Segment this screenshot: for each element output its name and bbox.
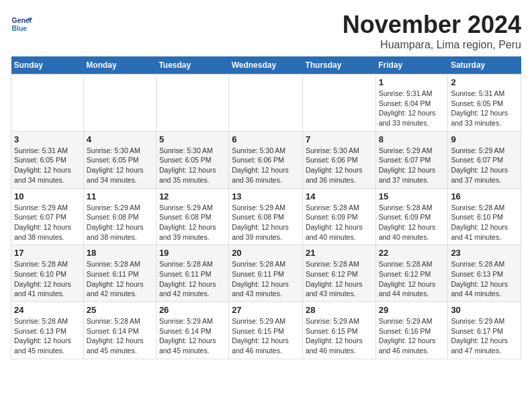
day-number: 20 bbox=[232, 248, 300, 258]
calendar-cell: 5Sunrise: 5:30 AM Sunset: 6:05 PM Daylig… bbox=[156, 131, 228, 188]
day-info: Sunrise: 5:29 AM Sunset: 6:07 PM Dayligh… bbox=[379, 146, 445, 185]
day-info: Sunrise: 5:28 AM Sunset: 6:10 PM Dayligh… bbox=[14, 259, 81, 299]
day-info: Sunrise: 5:28 AM Sunset: 6:11 PM Dayligh… bbox=[232, 259, 300, 299]
day-number: 4 bbox=[87, 134, 153, 144]
weekday-header-saturday: Saturday bbox=[448, 56, 521, 75]
day-number: 15 bbox=[379, 191, 445, 201]
day-info: Sunrise: 5:29 AM Sunset: 6:08 PM Dayligh… bbox=[87, 203, 153, 242]
day-number: 27 bbox=[232, 305, 300, 315]
weekday-header-sunday: Sunday bbox=[11, 56, 84, 75]
calendar-cell: 7Sunrise: 5:30 AM Sunset: 6:06 PM Daylig… bbox=[302, 131, 375, 188]
calendar-cell: 20Sunrise: 5:28 AM Sunset: 6:11 PM Dayli… bbox=[229, 245, 303, 302]
day-number: 6 bbox=[232, 134, 300, 144]
calendar-cell: 26Sunrise: 5:29 AM Sunset: 6:14 PM Dayli… bbox=[156, 302, 228, 359]
day-number: 1 bbox=[379, 77, 445, 87]
day-info: Sunrise: 5:29 AM Sunset: 6:08 PM Dayligh… bbox=[232, 203, 300, 242]
day-number: 16 bbox=[451, 191, 518, 201]
day-info: Sunrise: 5:28 AM Sunset: 6:09 PM Dayligh… bbox=[306, 203, 373, 242]
calendar-week-5: 24Sunrise: 5:28 AM Sunset: 6:13 PM Dayli… bbox=[11, 302, 521, 359]
day-number: 24 bbox=[14, 305, 81, 315]
day-number: 19 bbox=[159, 248, 226, 258]
calendar-cell: 2Sunrise: 5:31 AM Sunset: 6:05 PM Daylig… bbox=[448, 75, 521, 132]
calendar-cell: 23Sunrise: 5:28 AM Sunset: 6:13 PM Dayli… bbox=[448, 245, 521, 302]
day-number: 18 bbox=[87, 248, 153, 258]
calendar-table: SundayMondayTuesdayWednesdayThursdayFrid… bbox=[11, 56, 521, 359]
calendar-cell: 27Sunrise: 5:29 AM Sunset: 6:15 PM Dayli… bbox=[229, 302, 303, 359]
day-info: Sunrise: 5:29 AM Sunset: 6:07 PM Dayligh… bbox=[14, 203, 81, 242]
day-info: Sunrise: 5:29 AM Sunset: 6:07 PM Dayligh… bbox=[451, 146, 518, 185]
calendar-cell: 9Sunrise: 5:29 AM Sunset: 6:07 PM Daylig… bbox=[448, 131, 521, 188]
calendar-cell bbox=[156, 75, 228, 132]
day-number: 13 bbox=[232, 191, 300, 201]
calendar-cell: 16Sunrise: 5:28 AM Sunset: 6:10 PM Dayli… bbox=[448, 188, 521, 245]
calendar-cell bbox=[302, 75, 375, 132]
calendar-cell: 19Sunrise: 5:28 AM Sunset: 6:11 PM Dayli… bbox=[156, 245, 228, 302]
day-number: 5 bbox=[159, 134, 226, 144]
day-number: 9 bbox=[451, 134, 518, 144]
day-number: 2 bbox=[451, 77, 518, 87]
calendar-cell bbox=[11, 75, 84, 132]
day-number: 8 bbox=[379, 134, 445, 144]
calendar-week-1: 1Sunrise: 5:31 AM Sunset: 6:04 PM Daylig… bbox=[11, 75, 521, 132]
header: General Blue November 2024 Huampara, Lim… bbox=[11, 11, 521, 51]
day-info: Sunrise: 5:31 AM Sunset: 6:05 PM Dayligh… bbox=[451, 89, 518, 128]
day-number: 11 bbox=[87, 191, 153, 201]
day-info: Sunrise: 5:29 AM Sunset: 6:15 PM Dayligh… bbox=[306, 316, 373, 356]
day-info: Sunrise: 5:30 AM Sunset: 6:05 PM Dayligh… bbox=[87, 146, 153, 185]
calendar-cell: 24Sunrise: 5:28 AM Sunset: 6:13 PM Dayli… bbox=[11, 302, 84, 359]
day-info: Sunrise: 5:29 AM Sunset: 6:15 PM Dayligh… bbox=[232, 316, 300, 356]
calendar-cell: 29Sunrise: 5:29 AM Sunset: 6:16 PM Dayli… bbox=[375, 302, 448, 359]
logo-icon: General Blue bbox=[11, 13, 32, 35]
title-area: November 2024 Huampara, Lima region, Per… bbox=[343, 11, 521, 51]
calendar-cell: 8Sunrise: 5:29 AM Sunset: 6:07 PM Daylig… bbox=[375, 131, 448, 188]
day-info: Sunrise: 5:28 AM Sunset: 6:14 PM Dayligh… bbox=[87, 316, 153, 356]
day-info: Sunrise: 5:29 AM Sunset: 6:17 PM Dayligh… bbox=[451, 316, 518, 356]
weekday-header-friday: Friday bbox=[375, 56, 448, 75]
day-info: Sunrise: 5:30 AM Sunset: 6:06 PM Dayligh… bbox=[232, 146, 300, 185]
calendar-cell: 15Sunrise: 5:28 AM Sunset: 6:09 PM Dayli… bbox=[375, 188, 448, 245]
calendar-cell: 3Sunrise: 5:31 AM Sunset: 6:05 PM Daylig… bbox=[11, 131, 84, 188]
day-number: 10 bbox=[14, 191, 81, 201]
calendar-cell: 10Sunrise: 5:29 AM Sunset: 6:07 PM Dayli… bbox=[11, 188, 84, 245]
calendar-cell: 11Sunrise: 5:29 AM Sunset: 6:08 PM Dayli… bbox=[83, 188, 156, 245]
day-number: 14 bbox=[306, 191, 373, 201]
calendar-cell: 17Sunrise: 5:28 AM Sunset: 6:10 PM Dayli… bbox=[11, 245, 84, 302]
calendar-cell: 28Sunrise: 5:29 AM Sunset: 6:15 PM Dayli… bbox=[302, 302, 375, 359]
svg-text:Blue: Blue bbox=[12, 25, 28, 32]
day-info: Sunrise: 5:28 AM Sunset: 6:12 PM Dayligh… bbox=[379, 259, 445, 299]
day-number: 17 bbox=[14, 248, 81, 258]
weekday-header-wednesday: Wednesday bbox=[229, 56, 303, 75]
day-number: 12 bbox=[159, 191, 226, 201]
calendar-cell: 30Sunrise: 5:29 AM Sunset: 6:17 PM Dayli… bbox=[448, 302, 521, 359]
day-info: Sunrise: 5:29 AM Sunset: 6:08 PM Dayligh… bbox=[159, 203, 226, 242]
calendar-cell: 6Sunrise: 5:30 AM Sunset: 6:06 PM Daylig… bbox=[229, 131, 303, 188]
day-info: Sunrise: 5:30 AM Sunset: 6:06 PM Dayligh… bbox=[306, 146, 373, 185]
day-info: Sunrise: 5:31 AM Sunset: 6:05 PM Dayligh… bbox=[14, 146, 81, 185]
day-number: 22 bbox=[379, 248, 445, 258]
calendar-cell: 12Sunrise: 5:29 AM Sunset: 6:08 PM Dayli… bbox=[156, 188, 228, 245]
logo: General Blue bbox=[11, 13, 32, 35]
calendar-cell bbox=[229, 75, 303, 132]
day-info: Sunrise: 5:31 AM Sunset: 6:04 PM Dayligh… bbox=[379, 89, 445, 128]
calendar-cell bbox=[83, 75, 156, 132]
day-number: 7 bbox=[306, 134, 373, 144]
day-number: 28 bbox=[306, 305, 373, 315]
calendar-cell: 4Sunrise: 5:30 AM Sunset: 6:05 PM Daylig… bbox=[83, 131, 156, 188]
day-info: Sunrise: 5:28 AM Sunset: 6:11 PM Dayligh… bbox=[87, 259, 153, 299]
day-info: Sunrise: 5:29 AM Sunset: 6:14 PM Dayligh… bbox=[159, 316, 226, 356]
calendar-week-4: 17Sunrise: 5:28 AM Sunset: 6:10 PM Dayli… bbox=[11, 245, 521, 302]
day-info: Sunrise: 5:28 AM Sunset: 6:13 PM Dayligh… bbox=[451, 259, 518, 299]
day-info: Sunrise: 5:28 AM Sunset: 6:11 PM Dayligh… bbox=[159, 259, 226, 299]
calendar-cell: 13Sunrise: 5:29 AM Sunset: 6:08 PM Dayli… bbox=[229, 188, 303, 245]
day-info: Sunrise: 5:28 AM Sunset: 6:12 PM Dayligh… bbox=[306, 259, 373, 299]
calendar-cell: 18Sunrise: 5:28 AM Sunset: 6:11 PM Dayli… bbox=[83, 245, 156, 302]
day-info: Sunrise: 5:28 AM Sunset: 6:13 PM Dayligh… bbox=[14, 316, 81, 356]
calendar-cell: 25Sunrise: 5:28 AM Sunset: 6:14 PM Dayli… bbox=[83, 302, 156, 359]
day-number: 29 bbox=[379, 305, 445, 315]
day-number: 25 bbox=[87, 305, 153, 315]
weekday-header-tuesday: Tuesday bbox=[156, 56, 228, 75]
calendar-cell: 14Sunrise: 5:28 AM Sunset: 6:09 PM Dayli… bbox=[302, 188, 375, 245]
calendar-subtitle: Huampara, Lima region, Peru bbox=[343, 39, 521, 51]
calendar-cell: 22Sunrise: 5:28 AM Sunset: 6:12 PM Dayli… bbox=[375, 245, 448, 302]
day-number: 26 bbox=[159, 305, 226, 315]
